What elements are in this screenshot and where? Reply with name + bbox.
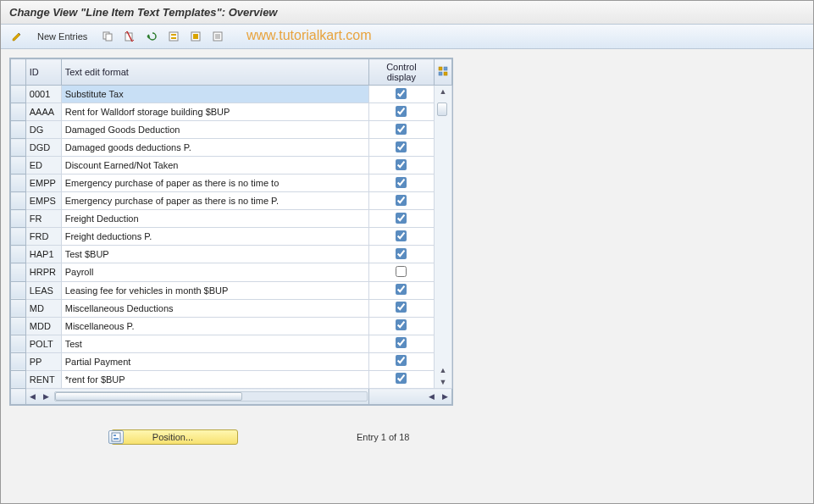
column-header-text[interactable]: Text edit format xyxy=(61,59,368,86)
row-selector[interactable] xyxy=(11,299,26,317)
row-selector[interactable] xyxy=(11,335,26,352)
hscroll2-left-arrow[interactable]: ◀ xyxy=(424,392,438,401)
id-cell[interactable]: DGD xyxy=(25,139,61,157)
id-cell[interactable]: MD xyxy=(25,299,61,317)
hscroll2-right-arrow[interactable]: ▶ xyxy=(438,392,451,401)
control-display-checkbox[interactable] xyxy=(396,302,407,313)
control-display-checkbox[interactable] xyxy=(396,337,407,348)
copy-icon[interactable] xyxy=(98,28,117,45)
control-display-checkbox[interactable] xyxy=(396,88,407,99)
row-selector[interactable] xyxy=(11,246,26,263)
id-cell[interactable]: HAP1 xyxy=(25,246,61,263)
control-display-checkbox[interactable] xyxy=(396,213,407,224)
control-display-checkbox[interactable] xyxy=(396,319,407,330)
row-selector[interactable] xyxy=(11,370,26,388)
row-selector[interactable] xyxy=(11,228,26,246)
control-display-checkbox[interactable] xyxy=(396,284,407,295)
deselect-all-icon[interactable] xyxy=(208,28,227,45)
select-block-icon[interactable] xyxy=(186,28,205,45)
control-display-checkbox[interactable] xyxy=(396,266,407,277)
text-edit-format-cell[interactable]: *rent for $BUP xyxy=(61,370,368,388)
row-selector[interactable] xyxy=(11,139,26,157)
vscroll-down-arrow[interactable]: ▼ xyxy=(437,376,449,388)
text-edit-format-cell[interactable]: Payroll xyxy=(61,263,368,281)
new-entries-button[interactable]: New Entries xyxy=(30,28,95,45)
line-item-templates-table: ID Text edit format Control display 0001… xyxy=(10,58,452,405)
svg-rect-17 xyxy=(114,435,116,436)
id-cell[interactable]: EMPP xyxy=(25,174,61,192)
row-selector[interactable] xyxy=(11,281,26,299)
row-selector-header[interactable] xyxy=(11,59,26,86)
row-selector[interactable] xyxy=(11,157,26,174)
text-edit-format-cell[interactable]: Test xyxy=(61,335,368,352)
undo-icon[interactable] xyxy=(142,28,161,45)
control-display-cell xyxy=(368,139,434,157)
row-selector[interactable] xyxy=(11,317,26,335)
control-display-checkbox[interactable] xyxy=(396,159,407,170)
vscroll-page-up-arrow[interactable]: ▲ xyxy=(437,364,449,376)
control-display-cell xyxy=(368,174,434,192)
vscroll-up-arrow[interactable]: ▲ xyxy=(437,86,449,97)
row-selector[interactable] xyxy=(11,103,26,121)
table-settings-button[interactable] xyxy=(434,59,451,86)
control-display-checkbox[interactable] xyxy=(396,124,407,135)
control-display-checkbox[interactable] xyxy=(396,195,407,206)
hscroll-right-arrow[interactable]: ▶ xyxy=(40,392,53,401)
select-all-icon[interactable] xyxy=(164,28,183,45)
row-selector[interactable] xyxy=(11,210,26,228)
control-display-cell xyxy=(368,281,434,299)
text-edit-format-cell[interactable]: Emergency purchase of paper as there is … xyxy=(61,192,368,210)
text-edit-format-cell[interactable]: Emergency purchase of paper as there is … xyxy=(61,174,368,192)
id-cell[interactable]: FRD xyxy=(25,228,61,246)
id-cell[interactable]: DG xyxy=(25,121,61,139)
row-selector[interactable] xyxy=(11,352,26,370)
hscroll-thumb-left[interactable] xyxy=(55,392,242,401)
id-cell[interactable]: AAAA xyxy=(25,103,61,121)
row-selector[interactable] xyxy=(11,263,26,281)
id-cell[interactable]: 0001 xyxy=(25,86,61,103)
row-selector[interactable] xyxy=(11,121,26,139)
text-edit-format-cell[interactable]: Leasing fee for vehicles in month $BUP xyxy=(61,281,368,299)
text-edit-format-cell[interactable]: Substitute Tax xyxy=(61,86,368,103)
text-edit-format-cell[interactable]: Damaged goods deductions P. xyxy=(61,139,368,157)
id-cell[interactable]: RENT xyxy=(25,370,61,388)
hscroll-track-left[interactable] xyxy=(54,391,368,402)
id-cell[interactable]: HRPR xyxy=(25,263,61,281)
text-edit-format-cell[interactable]: Freight Deduction xyxy=(61,210,368,228)
text-edit-format-cell[interactable]: Partial Payment xyxy=(61,352,368,370)
vscroll-thumb[interactable] xyxy=(437,102,447,116)
control-display-checkbox[interactable] xyxy=(396,230,407,241)
id-cell[interactable]: POLT xyxy=(25,335,61,352)
row-selector[interactable] xyxy=(11,192,26,210)
table-row: POLTTest xyxy=(11,335,452,352)
hscroll-left-arrow[interactable]: ◀ xyxy=(26,392,40,401)
toggle-display-change-icon[interactable] xyxy=(8,28,26,45)
text-edit-format-cell[interactable]: Test $BUP xyxy=(61,246,368,263)
id-cell[interactable]: MDD xyxy=(25,317,61,335)
row-selector[interactable] xyxy=(11,174,26,192)
delete-icon[interactable] xyxy=(120,28,139,45)
id-cell[interactable]: LEAS xyxy=(25,281,61,299)
text-edit-format-cell[interactable]: Rent for Walldorf storage building $BUP xyxy=(61,103,368,121)
column-header-id[interactable]: ID xyxy=(25,59,61,86)
id-cell[interactable]: PP xyxy=(25,352,61,370)
column-header-control[interactable]: Control display xyxy=(368,59,434,86)
control-display-checkbox[interactable] xyxy=(396,141,407,152)
id-cell[interactable]: FR xyxy=(25,210,61,228)
text-edit-format-cell[interactable]: Freight deductions P. xyxy=(61,228,368,246)
text-edit-format-cell[interactable]: Miscellaneous P. xyxy=(61,317,368,335)
control-display-checkbox[interactable] xyxy=(396,373,407,384)
control-display-checkbox[interactable] xyxy=(396,355,407,366)
control-display-checkbox[interactable] xyxy=(396,177,407,188)
text-edit-format-cell[interactable]: Miscellaneous Deductions xyxy=(61,299,368,317)
row-selector[interactable] xyxy=(11,86,26,103)
control-display-checkbox[interactable] xyxy=(396,106,407,117)
id-cell[interactable]: EMPS xyxy=(25,192,61,210)
id-cell[interactable]: ED xyxy=(25,157,61,174)
table-row: MDMiscellaneous Deductions xyxy=(11,299,452,317)
text-edit-format-cell[interactable]: Damaged Goods Deduction xyxy=(61,121,368,139)
control-display-checkbox[interactable] xyxy=(396,248,407,259)
text-edit-format-cell[interactable]: Discount Earned/Not Taken xyxy=(61,157,368,174)
table-row: EMPPEmergency purchase of paper as there… xyxy=(11,174,452,192)
position-button[interactable]: Position... xyxy=(111,429,238,445)
